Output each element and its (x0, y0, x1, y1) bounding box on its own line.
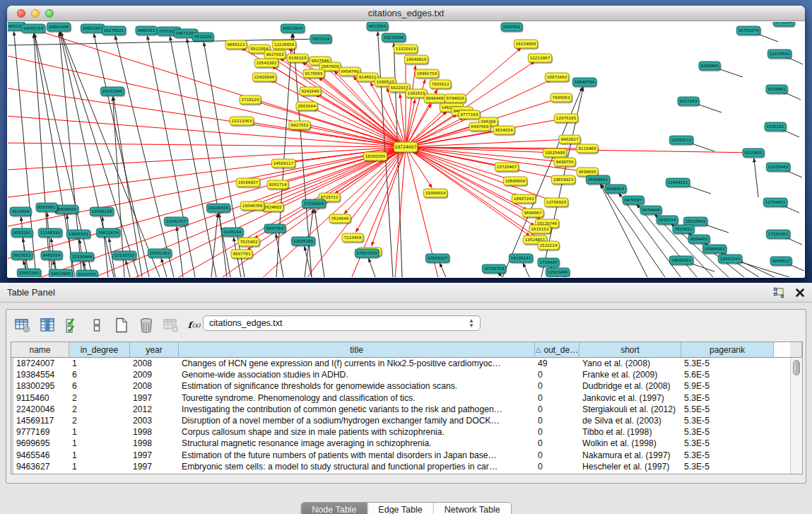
table-row[interactable]: 1938455462009Genome-wide association stu… (11, 369, 802, 380)
graph-node[interactable]: 9684067 (522, 209, 543, 217)
graph-node[interactable]: 12444151 (666, 178, 689, 187)
graph-node[interactable]: 1733426 (538, 258, 559, 267)
graph-node[interactable]: 11015443 (766, 163, 789, 171)
graph-node[interactable]: 2935114 (657, 216, 678, 224)
graph-node[interactable]: 8958924 (605, 185, 626, 193)
graph-node[interactable]: 12042757 (164, 217, 187, 226)
graph-node[interactable]: 22420046 (252, 73, 276, 81)
graph-node[interactable]: 9474444 (640, 206, 661, 214)
graph-node[interactable]: 7955812 (430, 80, 451, 88)
table-row[interactable]: 946554611997Estimation of the future num… (11, 450, 802, 461)
graph-node[interactable]: 20891406 (47, 23, 70, 31)
graph-node[interactable]: 12451243 (718, 255, 741, 263)
graph-node[interactable]: 7615526 (192, 33, 213, 41)
graph-node[interactable]: 9115460 (577, 144, 598, 153)
float-panel-icon[interactable] (772, 286, 785, 299)
graph-node[interactable]: 2687682 (501, 23, 522, 31)
graph-node[interactable]: 9463627 (559, 135, 580, 144)
graph-node[interactable]: 9245012 (770, 257, 792, 265)
rows-icon[interactable] (88, 316, 106, 334)
show-columns-icon[interactable] (38, 316, 57, 334)
graph-node[interactable]: 8813054 (367, 22, 388, 30)
graph-node[interactable]: 9242848 (300, 87, 321, 95)
graph-node[interactable]: 9466161 (136, 26, 157, 35)
graph-node[interactable]: 3624554 (493, 126, 514, 134)
graph-node[interactable]: 8215955 (743, 148, 764, 157)
graph-node[interactable]: 11568193 (38, 228, 61, 237)
graph-node[interactable]: 19218586 (382, 33, 405, 42)
table-selector-dropdown[interactable]: citations_edges.txt ▲▼ (203, 315, 481, 331)
graph-node[interactable]: 19166827 (236, 178, 259, 187)
graph-node[interactable]: 13325419 (394, 45, 417, 53)
graph-node[interactable]: 16501352 (148, 249, 171, 257)
graph-node[interactable]: 9329961 (766, 85, 787, 93)
graph-node[interactable]: 19692951 (669, 256, 693, 264)
graph-node[interactable]: 9860123 (225, 40, 247, 49)
graph-node[interactable]: 16210643 (683, 217, 707, 226)
graph-node[interactable]: 8604402 (688, 235, 710, 243)
zoom-window-icon[interactable] (45, 9, 54, 18)
graph-node[interactable]: 6497568 (469, 122, 490, 131)
graph-node[interactable]: 18300295 (363, 152, 387, 160)
graph-node[interactable]: 13905501 (66, 230, 90, 238)
graph-node[interactable]: 9175685 (303, 69, 324, 78)
graph-node[interactable]: 10025488 (543, 148, 566, 157)
graph-node[interactable]: 12505185 (291, 237, 314, 245)
graph-node[interactable]: 13756928 (544, 198, 567, 206)
network-graph-canvas[interactable]: 9860123891295412226058982750310543382818… (8, 22, 804, 277)
graph-node[interactable]: 9261714 (267, 180, 288, 189)
graph-node[interactable]: 2718120 (240, 95, 261, 104)
graph-node[interactable]: 7123458 (342, 233, 363, 242)
graph-node[interactable]: 10958107 (425, 254, 449, 262)
new-document-icon[interactable] (112, 316, 131, 334)
column-header-pagerank[interactable]: pagerank (681, 342, 774, 357)
graph-node[interactable]: 7485063 (551, 93, 572, 102)
column-header-out_degree[interactable]: △out_de… (535, 342, 579, 357)
table-row[interactable]: 977716911998Corpus callosum shape and si… (11, 426, 802, 438)
graph-node[interactable]: 16648784 (572, 78, 596, 86)
graph-node[interactable]: 9699695 (577, 168, 598, 176)
graph-node[interactable]: 12923466 (546, 268, 569, 276)
column-header-short[interactable]: short (579, 342, 681, 357)
graph-node[interactable]: 7857224 (310, 35, 331, 43)
graph-node[interactable]: 12210643 (767, 49, 791, 58)
graph-node[interactable]: 16782759 (482, 264, 505, 273)
table-row[interactable]: 1830029562008Estimation of significance … (11, 380, 802, 392)
table-scrollbar-thumb[interactable] (793, 360, 800, 375)
graph-node[interactable]: 12213967 (528, 54, 551, 62)
table-scrollbar[interactable] (790, 358, 802, 474)
graph-node[interactable]: 8186328 (287, 54, 308, 62)
table-row[interactable]: 1456911722003Disruption of a novel membe… (11, 415, 802, 426)
graph-node[interactable]: 3915604 (10, 207, 31, 216)
graph-node[interactable]: 9050191 (11, 228, 33, 237)
graph-node[interactable]: 17359924 (302, 199, 325, 208)
graph-node[interactable]: 10653287 (81, 24, 104, 33)
minimize-window-icon[interactable] (31, 9, 40, 18)
graph-node[interactable]: 1535191 (765, 122, 786, 131)
tab-node-table[interactable]: Node Table (301, 503, 367, 514)
graph-node[interactable]: 12704411 (763, 198, 787, 206)
graph-node[interactable]: 9777169 (459, 110, 480, 119)
column-header-title[interactable]: title (179, 342, 535, 357)
graph-node[interactable]: 15720407 (495, 163, 518, 171)
graph-node[interactable]: 9227343 (678, 97, 699, 105)
graph-node[interactable]: 2522124 (538, 241, 559, 250)
graph-node[interactable]: 9329966 (699, 62, 720, 70)
tab-network-table[interactable]: Network Table (433, 503, 511, 514)
graph-node[interactable]: 14569117 (271, 159, 295, 168)
graph-node[interactable]: 12226058 (272, 40, 295, 49)
table-row[interactable]: 911546021997Tourette syndrome. Phenomeno… (11, 392, 802, 404)
graph-node[interactable]: 9827503 (264, 50, 286, 59)
table-row[interactable]: 1872400712008Changes of HCN gene express… (11, 358, 802, 369)
graph-node[interactable]: 12213363 (230, 117, 253, 125)
graph-node[interactable]: 25606505 (54, 205, 78, 214)
graph-node[interactable]: 20206506 (206, 204, 230, 212)
graph-node[interactable]: 1145194 (222, 228, 243, 236)
table-options-icon[interactable] (13, 316, 32, 334)
graph-node[interactable]: 9499756 (554, 158, 575, 166)
graph-node[interactable]: 20153346 (100, 87, 124, 95)
graph-node[interactable]: 15568139 (90, 207, 113, 216)
close-panel-icon[interactable] (794, 286, 806, 299)
import-table-disabled-icon[interactable] (162, 316, 180, 334)
graph-node[interactable]: 8505081 (36, 203, 57, 211)
